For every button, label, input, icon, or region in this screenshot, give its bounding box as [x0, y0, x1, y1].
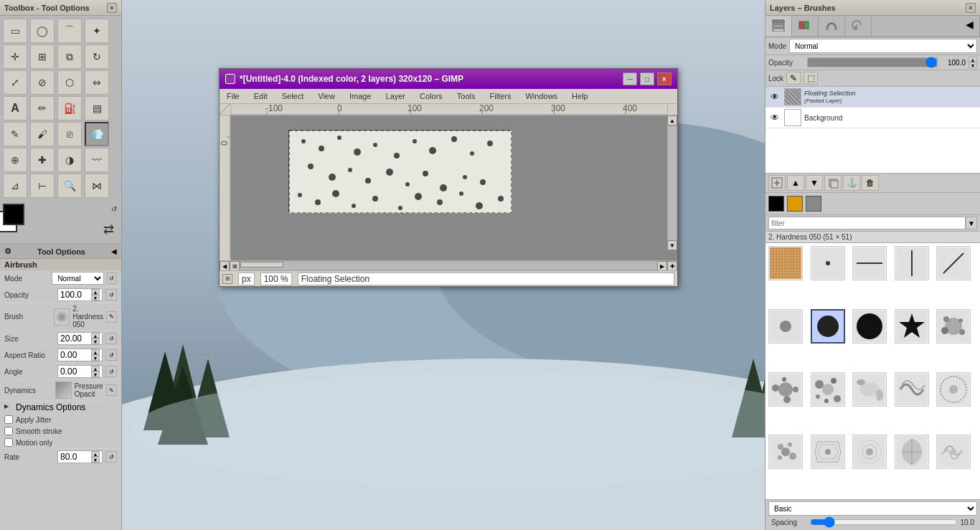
blend-tool[interactable]: ▤: [85, 96, 109, 120]
size-down-button[interactable]: ▼: [91, 339, 100, 344]
size-up-button[interactable]: ▲: [91, 333, 100, 339]
color-swatch-black[interactable]: [768, 196, 784, 212]
brushes-filter-input[interactable]: [768, 217, 966, 229]
brush-cell-splatter1[interactable]: [936, 309, 971, 344]
eraser-tool[interactable]: ⎚: [57, 122, 82, 146]
opacity-up-button[interactable]: ▲: [91, 289, 100, 295]
pencil-tool[interactable]: ✎: [3, 122, 27, 146]
paintbrush-tool[interactable]: 🖌: [30, 122, 55, 146]
anchor-layer-button[interactable]: ⚓: [843, 175, 860, 191]
vertical-scrollbar[interactable]: ▲ ▼: [667, 115, 677, 250]
canvas-expand-icon[interactable]: ✚: [667, 261, 677, 270]
horizontal-scroll-track[interactable]: [240, 261, 657, 270]
angle-spinner[interactable]: ▲ ▼: [91, 366, 100, 377]
spacing-slider[interactable]: [810, 517, 958, 527]
rect-select-tool[interactable]: ▭: [3, 19, 27, 43]
brush-cell-splatter5[interactable]: [895, 372, 929, 407]
toolbox-close-button[interactable]: ×: [107, 3, 117, 13]
opacity-down-button[interactable]: ▼: [91, 295, 100, 301]
airbrush-tool[interactable]: 💨: [85, 122, 109, 146]
opacity-slider[interactable]: [807, 57, 938, 67]
brush-cell-splatter2[interactable]: [768, 372, 803, 407]
gimp-maximize-button[interactable]: □: [640, 72, 654, 85]
shear-tool[interactable]: ⊘: [30, 70, 55, 95]
brush-cell-splatter4[interactable]: [852, 372, 887, 407]
clone-tool[interactable]: ⊕: [3, 148, 27, 172]
layer-visibility-icon-bg[interactable]: 👁: [768, 111, 781, 124]
brush-cell-splatter3[interactable]: [811, 372, 845, 407]
brush-cell-organic6[interactable]: [936, 435, 971, 469]
brush-cell-dot-sm[interactable]: [811, 246, 845, 280]
swap-colors-icon[interactable]: ⇄: [103, 222, 114, 237]
duplicate-layer-button[interactable]: [824, 175, 842, 191]
color-swatch-gray[interactable]: [806, 196, 821, 212]
scroll-left-button[interactable]: ◀: [220, 261, 230, 270]
dodge-burn-tool[interactable]: ◑: [57, 148, 82, 172]
delete-layer-button[interactable]: 🗑: [862, 175, 879, 191]
mode-dropdown[interactable]: Normal Dissolve Multiply: [52, 272, 103, 285]
rotate-tool[interactable]: ↻: [85, 44, 109, 69]
gimp-menu-edit[interactable]: Edit: [250, 90, 272, 102]
horizontal-scroll-thumb[interactable]: [240, 262, 283, 268]
aspect-ratio-spinner[interactable]: ▲ ▼: [91, 349, 100, 361]
text-tool[interactable]: A: [3, 96, 27, 120]
layer-item-background[interactable]: 👁 Background: [765, 108, 980, 128]
lower-layer-button[interactable]: ▼: [806, 175, 823, 191]
brushes-filter-dropdown-button[interactable]: ▼: [966, 217, 977, 229]
smudge-tool[interactable]: 〰: [85, 148, 109, 172]
size-reset-button[interactable]: ↺: [105, 333, 117, 344]
opacity-spinner[interactable]: ▲ ▼: [91, 289, 100, 301]
brush-cell-line-v[interactable]: [895, 246, 929, 280]
foreground-color-swatch[interactable]: [3, 204, 24, 225]
bucket-fill-tool[interactable]: ⛽: [57, 96, 82, 120]
opacity-down-button[interactable]: ▼: [969, 62, 977, 68]
gimp-menu-windows[interactable]: Windows: [521, 90, 562, 102]
gimp-menu-help[interactable]: Help: [567, 90, 593, 102]
ellipse-select-tool[interactable]: ◯: [30, 19, 55, 43]
brush-cell-circle-sm[interactable]: [768, 309, 803, 344]
brushes-preset-dropdown[interactable]: Basic All Brushes: [768, 501, 977, 516]
raise-layer-button[interactable]: ▲: [787, 175, 804, 191]
brush-cell-circle-lg[interactable]: [852, 309, 887, 344]
panel-options-button[interactable]: ◀: [960, 16, 980, 37]
layers-panel-close-button[interactable]: ×: [966, 3, 976, 13]
color-swatch-orange[interactable]: [787, 196, 803, 212]
free-select-tool[interactable]: ⌒: [57, 19, 82, 43]
crop-tool[interactable]: ⧉: [57, 44, 82, 69]
statusbar-zoom[interactable]: 100 %: [260, 273, 292, 285]
scroll-up-button[interactable]: ▲: [667, 115, 677, 126]
gimp-minimize-button[interactable]: ─: [623, 72, 637, 85]
brush-cell-circle-selected[interactable]: [811, 309, 845, 344]
dynamics-options-expander[interactable]: ▶ Dynamics Options: [0, 401, 121, 414]
move-tool[interactable]: ✛: [3, 44, 27, 69]
align-tool[interactable]: ⊞: [30, 44, 55, 69]
reset-colors-icon[interactable]: ↺: [111, 205, 117, 213]
gimp-menu-file[interactable]: File: [222, 90, 244, 102]
scale-tool[interactable]: ⤢: [3, 70, 27, 95]
brush-cell-organic2[interactable]: [768, 435, 803, 469]
apply-jitter-checkbox[interactable]: [4, 415, 13, 424]
layer-visibility-icon[interactable]: 👁: [768, 90, 781, 103]
aspect-ratio-up-button[interactable]: ▲: [91, 349, 100, 355]
brush-cell-organic4[interactable]: [852, 435, 887, 469]
layer-item-floating[interactable]: 👁 Floating Selection(Pasted Layer): [765, 87, 980, 108]
gimp-close-button[interactable]: ×: [657, 72, 672, 85]
dynamics-edit-button[interactable]: ✎: [106, 384, 117, 396]
layers-mode-dropdown[interactable]: Normal Dissolve: [789, 39, 977, 53]
gimp-menu-layer[interactable]: Layer: [382, 90, 410, 102]
tool-options-expand-icon[interactable]: ◀: [111, 247, 117, 255]
tab-undo[interactable]: [845, 16, 872, 37]
brush-cell-organic5[interactable]: [895, 435, 929, 469]
angle-reset-button[interactable]: ↺: [105, 366, 117, 377]
lock-pixels-button[interactable]: ✎: [786, 72, 801, 85]
color-picker-tool[interactable]: ⊿: [3, 174, 27, 198]
motion-only-checkbox[interactable]: [4, 438, 13, 447]
new-layer-button[interactable]: [768, 175, 786, 191]
brush-cell-line-h[interactable]: [852, 246, 887, 280]
rate-up-button[interactable]: ▲: [91, 451, 100, 457]
brush-cell-organic1[interactable]: [936, 372, 971, 407]
mode-reset-button[interactable]: ↺: [107, 273, 117, 284]
angle-down-button[interactable]: ▼: [91, 372, 100, 377]
transform-tool[interactable]: ⋈: [85, 174, 109, 198]
brush-cell-organic3[interactable]: [811, 435, 845, 469]
